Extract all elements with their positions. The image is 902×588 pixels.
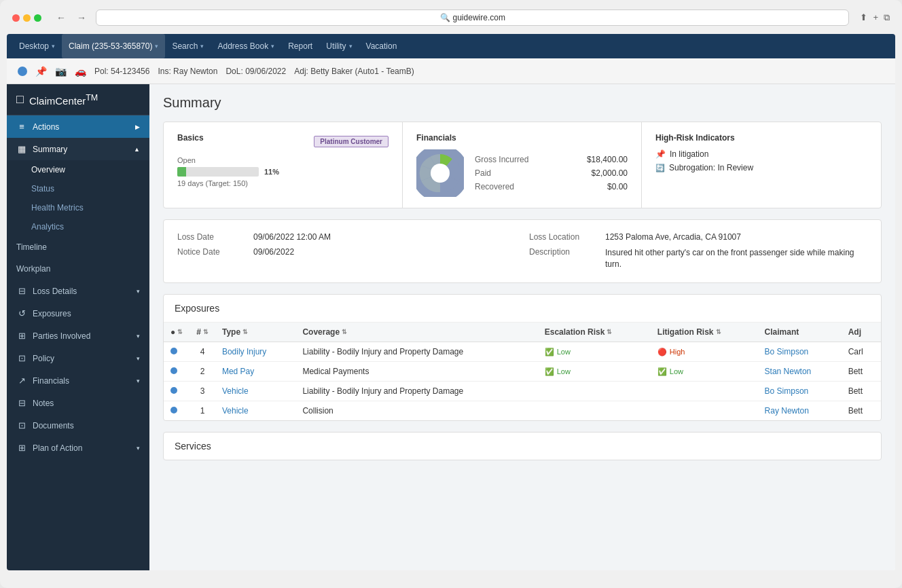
sidebar-item-documents[interactable]: ⊡ Documents (7, 414, 149, 437)
claimant-link[interactable]: Bo Simpson (765, 386, 809, 396)
cell-adj: Bett (842, 401, 881, 420)
fin-row-gross: Gross Incurred $18,400.00 (475, 153, 628, 166)
cell-escalation: ✅ Low (538, 342, 651, 361)
sidebar-timeline-label: Timeline (16, 242, 47, 252)
chevron-down-icon: ▾ (137, 355, 140, 362)
progress-pct: 11% (264, 168, 279, 176)
sort-arrows-escalation[interactable]: ⇅ (607, 329, 612, 335)
sort-arrows-num[interactable]: ⇅ (203, 329, 209, 335)
table-row: 4 Bodily Injury Liability - Bodily Injur… (164, 342, 881, 361)
financials-title: Financials (416, 133, 628, 143)
maximize-dot[interactable] (34, 14, 41, 22)
sort-arrows-dot[interactable]: ⇅ (177, 329, 183, 335)
forward-button[interactable]: → (73, 11, 90, 24)
claimant-link[interactable]: Stan Newton (765, 367, 812, 376)
table-row: 1 Vehicle Collision Ray Newton Bett (164, 401, 881, 420)
nav-address-book[interactable]: Address Book ▾ (211, 34, 281, 58)
nav-utility[interactable]: Utility ▾ (319, 34, 359, 58)
search-icon: 🔍 (440, 13, 450, 22)
recovered-label: Recovered (475, 182, 514, 191)
sidebar-item-exposures[interactable]: ↺ Exposures (7, 302, 149, 325)
type-link[interactable]: Med Pay (222, 367, 254, 376)
col-header-type: Type⇅ (215, 323, 295, 342)
nav-report[interactable]: Report (281, 34, 319, 58)
subrogation-label: Subrogation: In Review (669, 163, 753, 172)
dot-sort-icon: ● (170, 327, 175, 337)
check-circle-icon: ✅ (545, 348, 554, 356)
notice-date-value: 09/06/2022 (253, 247, 294, 257)
nav-search[interactable]: Search ▾ (165, 34, 211, 58)
back-button[interactable]: ← (52, 11, 70, 24)
pie-chart (416, 149, 464, 197)
new-tab-icon[interactable]: + (873, 12, 878, 23)
claimant-link[interactable]: Bo Simpson (765, 347, 809, 356)
chevron-down-icon: ▾ (200, 43, 204, 50)
sidebar-item-actions[interactable]: ≡ Actions ▶ (7, 115, 149, 138)
sort-arrows-litigation[interactable]: ⇅ (716, 329, 721, 335)
cell-claimant[interactable]: Bo Simpson (758, 342, 842, 361)
cell-type[interactable]: Med Pay (215, 361, 295, 381)
cell-type[interactable]: Vehicle (215, 381, 295, 401)
cell-claimant[interactable]: Stan Newton (758, 361, 842, 381)
plan-icon: ⊞ (16, 443, 27, 453)
cell-claimant[interactable]: Bo Simpson (758, 381, 842, 401)
progress-days: 19 days (Target: 150) (177, 179, 389, 187)
cell-litigation: ✅ Low (651, 361, 758, 381)
cell-litigation: 🔴 High (651, 342, 758, 361)
pin-icon: 📌 (35, 66, 47, 77)
claimant-link[interactable]: Ray Newton (765, 406, 809, 416)
sidebar-item-notes[interactable]: ⊟ Notes (7, 392, 149, 414)
cell-num: 1 (190, 401, 215, 420)
sidebar-item-parties-involved[interactable]: ⊞ Parties Involved ▾ (7, 325, 149, 347)
fin-row-paid: Paid $2,000.00 (475, 166, 628, 180)
cell-type[interactable]: Bodily Injury (215, 342, 295, 361)
loss-details-icon: ⊟ (16, 286, 27, 296)
sort-arrows-type[interactable]: ⇅ (242, 329, 248, 335)
sidebar-item-plan-of-action[interactable]: ⊞ Plan of Action ▾ (7, 437, 149, 459)
financials-table: Gross Incurred $18,400.00 Paid $2,000.00… (475, 153, 628, 194)
sidebar-item-summary[interactable]: ▦ Summary ▲ (7, 138, 149, 160)
cell-claimant[interactable]: Ray Newton (758, 401, 842, 420)
sidebar-item-policy[interactable]: ⊡ Policy ▾ (7, 347, 149, 369)
sidebar-documents-label: Documents (33, 421, 74, 430)
cell-coverage: Liability - Bodily Injury and Property D… (295, 342, 537, 361)
sidebar-item-analytics[interactable]: Analytics (31, 217, 149, 236)
sidebar-item-financials[interactable]: ↗ Financials ▾ (7, 369, 149, 392)
minimize-dot[interactable] (23, 14, 31, 22)
type-link[interactable]: Bodily Injury (222, 347, 266, 356)
info-grid: Loss Date 09/06/2022 12:00 AM Notice Dat… (177, 229, 867, 273)
tabs-icon[interactable]: ⧉ (884, 12, 890, 23)
breadcrumb-dol: DoL: 09/06/2022 (226, 67, 286, 76)
loss-date-label: Loss Date (177, 232, 245, 242)
status-dot-blue (18, 67, 27, 76)
sidebar-item-overview[interactable]: Overview (31, 160, 149, 179)
sidebar-notes-label: Notes (33, 399, 54, 408)
nav-desktop[interactable]: Desktop ▾ (12, 34, 62, 58)
nav-vacation[interactable]: Vacation (359, 34, 404, 58)
sidebar-item-workplan[interactable]: Workplan (7, 258, 149, 280)
sort-arrows-coverage[interactable]: ⇅ (342, 329, 347, 335)
sidebar-item-health-metrics[interactable]: Health Metrics (31, 198, 149, 217)
gross-incurred-value: $18,400.00 (587, 155, 628, 164)
share-icon[interactable]: ⬆ (860, 12, 867, 23)
sidebar-item-timeline[interactable]: Timeline (7, 236, 149, 258)
col-header-claimant: Claimant (758, 323, 842, 342)
address-bar[interactable]: 🔍 guidewire.com (96, 10, 849, 26)
type-link[interactable]: Vehicle (222, 386, 249, 396)
exposures-table: ●⇅ #⇅ Type⇅ Coverage⇅ (164, 323, 881, 420)
nav-claim[interactable]: Claim (235-53-365870) ▾ (62, 34, 165, 58)
cell-adj: Bett (842, 361, 881, 381)
financials-content: Gross Incurred $18,400.00 Paid $2,000.00… (416, 149, 628, 197)
cell-type[interactable]: Vehicle (215, 401, 295, 420)
main-layout: □ ClaimCenterTM ≡ Actions ▶ ▦ Summary (7, 84, 895, 570)
check-circle-icon: ✅ (657, 367, 667, 376)
summary-icon: ▦ (16, 144, 27, 154)
logo-text: ClaimCenterTM (29, 93, 98, 107)
sidebar-item-status[interactable]: Status (31, 179, 149, 198)
type-link[interactable]: Vehicle (222, 406, 249, 416)
sidebar-item-loss-details[interactable]: ⊟ Loss Details ▾ (7, 280, 149, 302)
actions-icon: ≡ (16, 122, 27, 132)
cell-num: 4 (190, 342, 215, 361)
close-dot[interactable] (12, 14, 20, 22)
cell-coverage: Medical Payments (295, 361, 537, 381)
